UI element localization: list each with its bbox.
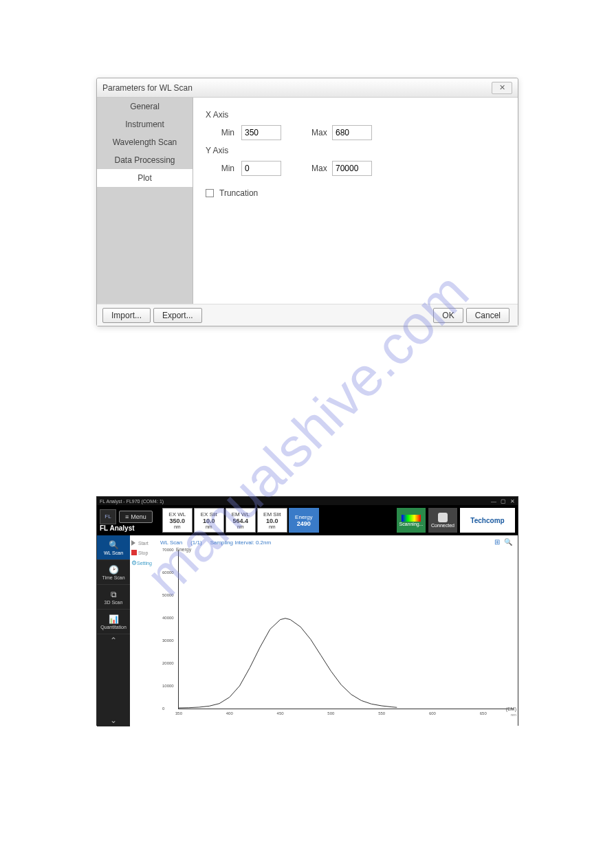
x-axis-label: X Axis	[206, 110, 505, 120]
y-min-input[interactable]	[241, 161, 281, 176]
stop-button[interactable]: Stop	[130, 548, 156, 557]
param-em-slit[interactable]: EM Slit10.0nm	[257, 508, 287, 533]
y-tick: 10000	[162, 684, 174, 688]
param-em-wl[interactable]: EM WL564.4nm	[226, 508, 256, 533]
import-button[interactable]: Import...	[102, 308, 151, 323]
x-min-label: Min	[206, 128, 234, 137]
chevron-down-icon[interactable]: ⌄	[97, 714, 130, 726]
y-min-label: Min	[206, 164, 234, 173]
x-tick: 650	[480, 711, 487, 715]
settings-tabs: General Instrument Wavelength Scan Data …	[97, 98, 193, 304]
param-ex-slit[interactable]: EX Slit10.0nm	[194, 508, 224, 533]
menu-button[interactable]: ≡ Menu	[119, 511, 153, 523]
dialog-title: Parameters for WL Scan	[102, 83, 193, 93]
parameters-dialog: Parameters for WL Scan ✕ General Instrum…	[96, 78, 518, 326]
x-min-input[interactable]	[241, 125, 281, 140]
spectrum-plot[interactable]: Energy (EM) nm 0100002000030000400005000…	[178, 550, 514, 709]
x-tick: 450	[277, 711, 284, 715]
app-title: FL Analyst - FL970 (COM4: 1)	[100, 499, 164, 504]
close-icon[interactable]: ✕	[510, 498, 515, 504]
chart-icon: 📊	[109, 614, 119, 624]
plot-settings-panel: X Axis Min Max Y Axis Min Max Truncation	[193, 98, 518, 304]
play-icon	[131, 540, 137, 546]
tab-data-processing[interactable]: Data Processing	[97, 151, 193, 169]
y-tick: 30000	[162, 638, 174, 643]
dialog-titlebar: Parameters for WL Scan ✕	[97, 78, 518, 98]
setting-button[interactable]: ⚙Setting	[130, 557, 156, 568]
x-tick: 550	[378, 711, 385, 715]
zoom-icon[interactable]: 🔍	[504, 538, 512, 546]
connected-status: Connected	[428, 508, 457, 533]
spectrum-curve	[179, 550, 514, 709]
x-max-input[interactable]	[332, 125, 372, 140]
y-tick: 70000	[162, 548, 174, 552]
x-tick: 350	[175, 711, 182, 715]
x-tick: 600	[429, 711, 436, 715]
y-tick: 60000	[162, 570, 174, 575]
sidebar-item-wl-scan[interactable]: 🔍WL Scan	[97, 535, 130, 560]
chevron-up-icon[interactable]: ⌃	[97, 634, 130, 647]
export-button[interactable]: Export...	[153, 308, 202, 323]
ok-button[interactable]: OK	[433, 308, 463, 323]
sidebar-item-time-scan[interactable]: 🕑Time Scan	[97, 560, 130, 585]
chart-area: WL Scan (1/1) Sampling Interval: 0.2nm ⊞…	[156, 535, 518, 726]
company-logo: Techcomp	[460, 508, 515, 533]
param-ex-wl[interactable]: EX WL350.0nm	[162, 508, 193, 533]
y-tick: 20000	[162, 661, 174, 665]
cube-icon: ⧉	[111, 590, 117, 599]
y-tick: 40000	[162, 616, 174, 620]
toolbar: FL ≡ Menu FL Analyst EX WL350.0nm EX Sli…	[97, 505, 518, 535]
maximize-icon[interactable]: ▢	[501, 498, 506, 504]
chart-count: (1/1)	[190, 539, 201, 546]
start-button[interactable]: Start	[130, 538, 156, 548]
spectrum-icon	[402, 515, 421, 522]
brand-label: FL Analyst	[100, 524, 135, 532]
x-max-label: Max	[311, 128, 332, 137]
tab-general[interactable]: General	[97, 98, 193, 115]
y-tick: 0	[162, 706, 164, 711]
truncation-checkbox[interactable]	[206, 189, 214, 197]
app-logo-icon: FL	[100, 509, 116, 524]
gear-icon: ⚙	[131, 559, 137, 566]
grid-icon[interactable]: ⊞	[494, 538, 500, 546]
clock-icon: 🕑	[109, 565, 119, 575]
stop-icon	[131, 550, 137, 555]
y-max-input[interactable]	[332, 161, 372, 176]
x-tick: 500	[327, 711, 334, 715]
tab-instrument[interactable]: Instrument	[97, 115, 193, 133]
control-column: Start Stop ⚙Setting	[130, 535, 156, 726]
param-energy[interactable]: Energy2490	[289, 508, 319, 533]
sampling-label: Sampling Interval: 0.2nm	[210, 539, 272, 546]
sidebar-item-3d-scan[interactable]: ⧉3D Scan	[97, 585, 130, 610]
close-icon[interactable]: ✕	[492, 82, 512, 94]
dialog-footer: Import... Export... OK Cancel	[97, 304, 518, 326]
minimize-icon[interactable]: —	[491, 498, 496, 504]
fl-analyst-window: FL Analyst - FL970 (COM4: 1) — ▢ ✕ FL ≡ …	[96, 496, 518, 726]
chart-title: WL Scan	[160, 539, 182, 546]
scanning-status: Scanning...	[397, 508, 426, 533]
app-titlebar: FL Analyst - FL970 (COM4: 1) — ▢ ✕	[97, 497, 518, 505]
cancel-button[interactable]: Cancel	[466, 308, 509, 323]
x-tick: 400	[226, 711, 233, 715]
y-max-label: Max	[311, 164, 332, 173]
magnifier-icon: 🔍	[109, 540, 119, 550]
usb-icon	[438, 513, 448, 522]
truncation-label: Truncation	[219, 188, 258, 198]
tab-plot[interactable]: Plot	[97, 169, 193, 187]
mode-sidebar: 🔍WL Scan 🕑Time Scan ⧉3D Scan 📊Quantitati…	[97, 535, 130, 726]
sidebar-item-quantitation[interactable]: 📊Quantitation	[97, 610, 130, 634]
y-axis-label: Y Axis	[206, 146, 505, 155]
tab-wavelength-scan[interactable]: Wavelength Scan	[97, 133, 193, 151]
y-tick: 50000	[162, 593, 174, 597]
x-axis-unit: nm	[511, 713, 516, 717]
